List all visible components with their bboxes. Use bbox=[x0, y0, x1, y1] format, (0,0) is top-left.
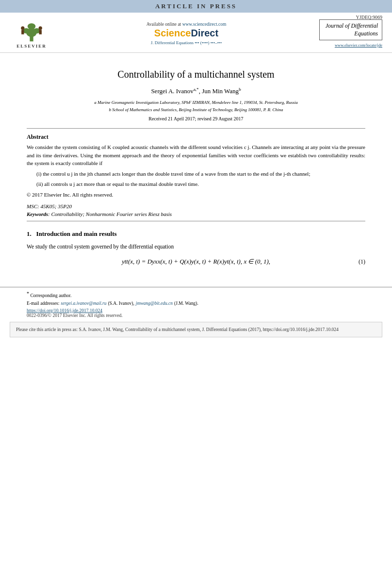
abstract-item-i: (i) the control u j in the jth channel a… bbox=[27, 170, 365, 178]
header-center: Available online at www.sciencedirect.co… bbox=[53, 22, 319, 45]
footnote-email-line: E-mail addresses: sergei.a.ivanov@mail.r… bbox=[27, 299, 365, 307]
author-a-sup: a,* bbox=[194, 87, 199, 92]
author-sep: , Jun Min Wang bbox=[199, 87, 239, 95]
svg-point-7 bbox=[39, 26, 42, 30]
svg-rect-8 bbox=[39, 30, 41, 34]
elsevier-tree-icon bbox=[17, 18, 46, 43]
affiliation-a: a Marine Geomagnetic Investigation Labor… bbox=[27, 99, 365, 106]
abstract-item-ii: (ii) all controls u j act more than or e… bbox=[27, 180, 365, 188]
email2-name: (J.M. Wang). bbox=[174, 301, 198, 306]
equation-1-text: ytt(x, t) = Dyxx(x, t) + Q(x)y(x, t) + R… bbox=[27, 258, 365, 265]
abstract-section: Abstract We consider the system consisti… bbox=[27, 133, 365, 199]
elsevier-label: ELSEVIER bbox=[16, 44, 47, 49]
journal-box: Journal of Differential Equations bbox=[319, 19, 382, 40]
available-url-link[interactable]: www.sciencedirect.com bbox=[182, 22, 227, 27]
elsevier-logo-area: ELSEVIER bbox=[10, 18, 53, 49]
journal-title: Journal of Differential Equations bbox=[324, 22, 378, 37]
svg-point-5 bbox=[21, 26, 24, 30]
section-divider bbox=[27, 221, 365, 221]
journal-ref-line: J. Differential Equations ••• (••••) •••… bbox=[53, 40, 319, 45]
keywords-values: Controllability; Nonharmonic Fourier ser… bbox=[51, 211, 172, 217]
issn-line: 0022-0396/© 2017 Elsevier Inc. All right… bbox=[27, 313, 365, 318]
main-content: Controllability of a multichannel system… bbox=[0, 53, 392, 280]
section1-intro: We study the control system governed by … bbox=[27, 243, 365, 251]
svg-point-4 bbox=[28, 23, 35, 30]
aip-banner: ARTICLE IN PRESS bbox=[0, 0, 392, 13]
footnote-section: * Corresponding author. E-mail addresses… bbox=[0, 290, 392, 318]
sciencedirect-title: ScienceDirect bbox=[53, 28, 319, 39]
msc-line: MSC: 45K05; 35P20 bbox=[27, 203, 365, 209]
email1-link[interactable]: sergei.a.ivanov@mail.ru bbox=[61, 301, 106, 306]
abstract-copyright: © 2017 Elsevier Inc. All rights reserved… bbox=[27, 191, 365, 199]
journal-url-link[interactable]: www.elsevier.com/locate/jde bbox=[319, 43, 382, 48]
keywords-line: Keywords: Controllability; Nonharmonic F… bbox=[27, 211, 365, 217]
journal-title-area: Journal of Differential Equations www.el… bbox=[319, 19, 382, 48]
abstract-heading: Abstract bbox=[27, 133, 365, 141]
footer-divider bbox=[0, 287, 392, 287]
corresponding-label: Corresponding author. bbox=[30, 294, 71, 299]
equation-1-block: ytt(x, t) = Dyxx(x, t) + Q(x)y(x, t) + R… bbox=[27, 258, 365, 265]
affiliation-b: b School of Mathematics and Statistics, … bbox=[27, 106, 365, 113]
email-label: E-mail addresses: bbox=[27, 301, 59, 306]
cite-box: Please cite this article in press as: S.… bbox=[10, 322, 382, 337]
section1-number: 1. bbox=[27, 230, 32, 237]
received-line: Received 21 April 2017; revised 29 Augus… bbox=[27, 116, 365, 121]
journal-header: ELSEVIER Available online at www.science… bbox=[0, 13, 392, 53]
article-title: Controllability of a multichannel system bbox=[27, 69, 365, 80]
section1-title: Introduction and main results bbox=[36, 230, 117, 237]
svg-rect-6 bbox=[21, 30, 24, 34]
equation-1-number: (1) bbox=[359, 258, 365, 265]
footnote-corresponding: * Corresponding author. bbox=[27, 290, 365, 299]
keywords-label: Keywords bbox=[27, 211, 48, 217]
footnote-star: * bbox=[27, 291, 29, 296]
authors-line: Sergei A. Ivanova,*, Jun Min Wangb bbox=[27, 87, 365, 95]
affiliations: a Marine Geomagnetic Investigation Labor… bbox=[27, 99, 365, 113]
doi-link[interactable]: https://doi.org/10.1016/j.jde.2017.10.02… bbox=[27, 308, 365, 313]
available-online-text: Available online at www.sciencedirect.co… bbox=[53, 22, 319, 27]
author-b-sup: b bbox=[239, 87, 241, 92]
email2-link[interactable]: jmwang@bit.edu.cn bbox=[136, 301, 173, 306]
abstract-body: We consider the system consisting of K c… bbox=[27, 143, 365, 199]
section1-heading: 1. Introduction and main results bbox=[27, 230, 365, 238]
abstract-para1: We consider the system consisting of K c… bbox=[27, 143, 365, 167]
email1-name: (S.A. Ivanov), bbox=[108, 301, 134, 306]
header-divider bbox=[27, 128, 365, 129]
author-name-a: Sergei A. Ivanov bbox=[151, 87, 194, 95]
